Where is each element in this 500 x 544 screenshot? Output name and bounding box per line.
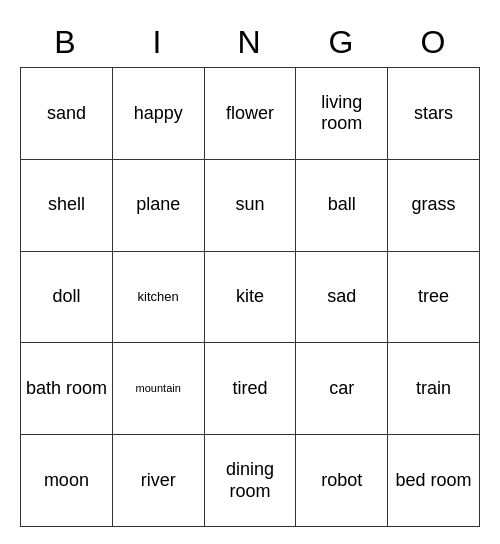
bingo-cell: happy bbox=[113, 68, 205, 160]
bingo-card: BINGO sandhappyflowerliving roomstarsshe… bbox=[20, 17, 480, 527]
bingo-cell: doll bbox=[21, 252, 113, 344]
bingo-cell: car bbox=[296, 343, 388, 435]
bingo-cell: sad bbox=[296, 252, 388, 344]
bingo-cell: ball bbox=[296, 160, 388, 252]
bingo-cell: mountain bbox=[113, 343, 205, 435]
bingo-cell: living room bbox=[296, 68, 388, 160]
bingo-cell: moon bbox=[21, 435, 113, 527]
bingo-cell: sun bbox=[205, 160, 297, 252]
bingo-cell: kitchen bbox=[113, 252, 205, 344]
bingo-cell: sand bbox=[21, 68, 113, 160]
header-letter: O bbox=[388, 17, 480, 67]
bingo-grid: sandhappyflowerliving roomstarsshellplan… bbox=[20, 67, 480, 527]
bingo-cell: bed room bbox=[388, 435, 480, 527]
bingo-cell: robot bbox=[296, 435, 388, 527]
header-letter: G bbox=[296, 17, 388, 67]
bingo-cell: bath room bbox=[21, 343, 113, 435]
header-letter: B bbox=[20, 17, 112, 67]
header-letter: I bbox=[112, 17, 204, 67]
bingo-cell: stars bbox=[388, 68, 480, 160]
bingo-cell: tired bbox=[205, 343, 297, 435]
bingo-cell: shell bbox=[21, 160, 113, 252]
bingo-cell: train bbox=[388, 343, 480, 435]
bingo-header: BINGO bbox=[20, 17, 480, 67]
bingo-cell: kite bbox=[205, 252, 297, 344]
bingo-cell: grass bbox=[388, 160, 480, 252]
bingo-cell: plane bbox=[113, 160, 205, 252]
bingo-cell: flower bbox=[205, 68, 297, 160]
bingo-cell: river bbox=[113, 435, 205, 527]
bingo-cell: dining room bbox=[205, 435, 297, 527]
header-letter: N bbox=[204, 17, 296, 67]
bingo-cell: tree bbox=[388, 252, 480, 344]
